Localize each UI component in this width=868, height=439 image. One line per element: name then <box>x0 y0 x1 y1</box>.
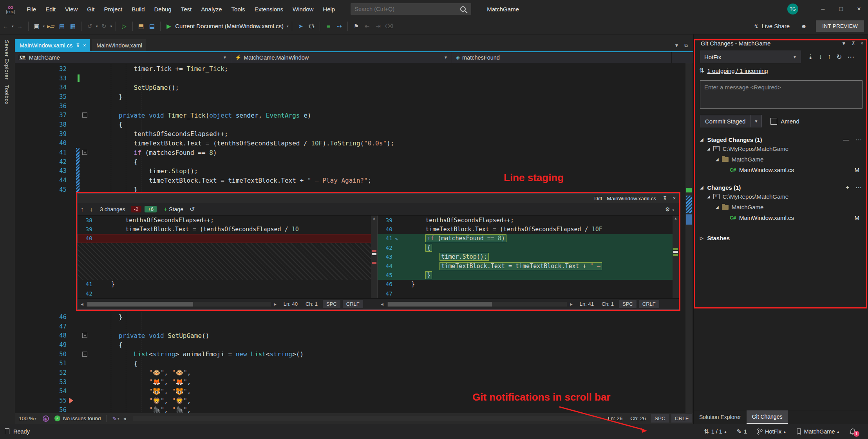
rail-tab-server-explorer[interactable]: Server Explorer <box>4 40 10 80</box>
diff-settings-gear-icon[interactable]: ⚙ ▾ <box>665 206 675 212</box>
code-text[interactable]: "🐵", "🐵", <box>89 369 191 376</box>
changes-section[interactable]: ◢ Changes (1) + ⋯ <box>694 184 868 191</box>
spaces-indicator[interactable]: SPC <box>651 414 669 423</box>
scroll-left-icon[interactable]: ◄ <box>122 416 127 421</box>
previous-bookmark-icon[interactable]: ⇤ <box>362 21 372 31</box>
changes-repo-row[interactable]: ◢ C:\MyRepos\MatchGame <box>694 191 868 202</box>
next-bookmark-icon[interactable]: ⇥ <box>373 21 383 31</box>
expanded-icon[interactable]: ◢ <box>700 185 703 190</box>
pin-tab-icon[interactable]: ⊼ <box>76 43 80 48</box>
type-dropdown[interactable]: ⚡ MatchGame.MainWindow ▼ <box>231 52 452 63</box>
current-repository-picker[interactable]: MatchGame▴ <box>796 428 839 435</box>
live-share-label[interactable]: Live Share <box>761 23 790 29</box>
diff-left-scrollbar[interactable]: ▲ <box>371 216 377 298</box>
account-avatar[interactable]: TG <box>787 4 798 15</box>
changes-folder-row[interactable]: ◢ MatchGame <box>694 202 868 212</box>
issues-label[interactable]: No issues found <box>63 415 101 421</box>
spaces-indicator[interactable]: SPC <box>619 300 637 308</box>
diff-left-hscrollbar[interactable] <box>87 302 271 307</box>
code-text[interactable]: timer.Stop(); <box>89 167 198 175</box>
tab-solution-explorer[interactable]: Solution Explorer <box>694 410 747 424</box>
scroll-up-icon[interactable]: ▲ <box>673 216 679 221</box>
maximize-button[interactable]: □ <box>832 0 850 18</box>
code-text[interactable]: private void SetUpGame() <box>89 332 209 339</box>
scroll-up-icon[interactable]: ▲ <box>371 216 377 221</box>
staged-repo-row[interactable]: ◢ C:\MyRepos\MatchGame <box>694 143 868 154</box>
staged-folder-row[interactable]: ◢ MatchGame <box>694 154 868 165</box>
diff-pane-before[interactable]: ▲ 38 tenthsOfSecondsElapsed++;39 timeTex… <box>78 216 378 298</box>
sync-icon[interactable]: ↻ <box>836 53 842 61</box>
rail-tab-toolbox[interactable]: Toolbox <box>4 85 10 105</box>
close-icon[interactable]: × <box>673 196 676 201</box>
line-ending-indicator[interactable]: CRLF <box>639 300 659 308</box>
search-box[interactable] <box>351 3 471 15</box>
line-indicator[interactable]: Ln: 26 <box>608 415 623 421</box>
more-actions-icon[interactable]: ⋯ <box>855 184 862 191</box>
redo-icon[interactable]: ↻ <box>99 21 109 31</box>
code-text[interactable]: { <box>89 360 137 367</box>
current-branch-picker[interactable]: HotFix▴ <box>757 428 785 435</box>
previous-change-icon[interactable]: ↑ <box>81 206 84 212</box>
diff-right-scrollbar[interactable]: ▲ <box>673 216 679 298</box>
stage-all-icon[interactable]: + <box>846 184 849 191</box>
tab-git-changes[interactable]: Git Changes <box>747 410 788 424</box>
step-over-icon[interactable]: ⇢ <box>334 21 344 31</box>
collapsed-icon[interactable]: ▷ <box>700 236 703 241</box>
menu-item-test[interactable]: Test <box>176 4 197 15</box>
menu-item-view[interactable]: View <box>60 4 82 15</box>
stashes-section[interactable]: ▷ Stashes <box>694 235 868 241</box>
menu-item-extensions[interactable]: Extensions <box>250 4 288 15</box>
next-change-icon[interactable]: ↓ <box>90 206 93 212</box>
more-actions-icon[interactable]: ⋯ <box>855 136 862 143</box>
clear-bookmarks-icon[interactable]: ⌫ <box>384 21 394 31</box>
code-text[interactable]: tenthsOfSecondsElapsed++; <box>89 130 228 138</box>
float-window-icon[interactable]: ⧉ <box>684 43 688 48</box>
staged-changes-section[interactable]: ◢ Staged Changes (1) — ⋯ <box>694 136 868 143</box>
menu-item-project[interactable]: Project <box>99 4 127 15</box>
tab-mainwindow-xaml[interactable]: MainWindow.xaml <box>92 39 146 51</box>
scrollbar-thumb[interactable] <box>686 214 692 225</box>
chevron-down-icon[interactable]: ▼ <box>841 41 846 46</box>
collapse-region-icon[interactable]: − <box>82 352 87 357</box>
code-text[interactable]: "🐯", "🐯", <box>89 388 191 395</box>
pull-icon[interactable]: ↓ <box>819 53 822 61</box>
minimize-button[interactable]: – <box>814 0 832 18</box>
open-file-icon[interactable]: ▸▱ <box>46 21 56 31</box>
unstage-all-icon[interactable]: — <box>843 136 849 143</box>
editor-vertical-scrollbar[interactable] <box>685 63 693 439</box>
diff-right-hscrollbar[interactable] <box>387 302 567 307</box>
scroll-right-icon[interactable]: ► <box>569 302 573 307</box>
bookmark-icon[interactable]: ⚑ <box>351 21 361 31</box>
collapse-region-icon[interactable]: − <box>82 333 87 338</box>
column-indicator[interactable]: Ch: 26 <box>630 415 646 421</box>
navigate-back-icon[interactable]: ← <box>0 21 11 31</box>
code-text[interactable]: } <box>89 186 137 193</box>
active-files-dropdown-icon[interactable]: ▼ <box>675 43 679 48</box>
editor-horizontal-scrollbar[interactable] <box>133 416 600 421</box>
code-text[interactable]: { <box>89 121 123 128</box>
close-tab-icon[interactable]: × <box>83 43 86 48</box>
diff-pane-after[interactable]: ▲ 39 tenthsOfSecondsElapsed++;40 timeTex… <box>378 216 679 298</box>
code-text[interactable]: "🦁", "🦁", <box>89 397 191 405</box>
project-dropdown[interactable]: C# MatchGame ▼ <box>15 52 231 63</box>
menu-item-help[interactable]: Help <box>318 4 340 15</box>
code-text[interactable]: { <box>89 341 123 348</box>
menu-item-build[interactable]: Build <box>127 4 149 15</box>
close-button[interactable]: × <box>850 0 868 18</box>
attach-to-process-icon[interactable]: ➤ <box>295 21 306 31</box>
line-ending-indicator[interactable]: CRLF <box>671 414 692 423</box>
menu-item-tools[interactable]: Tools <box>227 4 250 15</box>
code-text[interactable]: List<string> animalEmoji = new List<stri… <box>89 350 304 358</box>
run-target-label[interactable]: Current Document (MainWindow.xaml.cs) <box>175 23 284 29</box>
commit-message-input[interactable]: Enter a message <Required> <box>700 80 863 109</box>
changes-file-row[interactable]: C# MainWindow.xaml.cs M <box>694 212 868 223</box>
pin-icon[interactable]: ⊼ <box>663 196 667 201</box>
menu-item-window[interactable]: Window <box>288 4 318 15</box>
line-ending-indicator[interactable]: CRLF <box>343 300 363 308</box>
menu-item-file[interactable]: File <box>22 4 41 15</box>
feedback-icon[interactable]: ☻ <box>799 21 809 31</box>
stage-button[interactable]: +Stage <box>164 206 183 213</box>
window-layout-icon[interactable]: ⬓ <box>147 21 157 31</box>
task-status-icon[interactable] <box>5 428 9 434</box>
search-input[interactable] <box>351 6 460 12</box>
